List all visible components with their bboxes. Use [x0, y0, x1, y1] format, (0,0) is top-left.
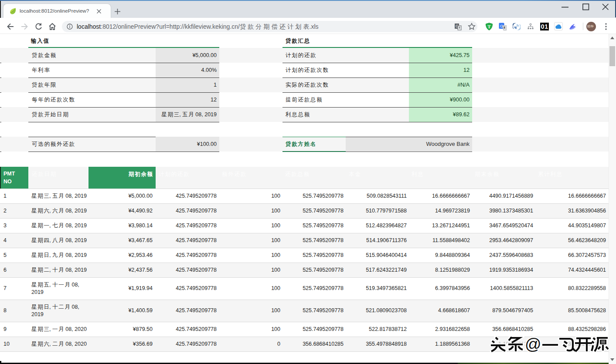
svg-text:@: @ [525, 335, 541, 353]
svg-text:T: T [487, 24, 490, 29]
